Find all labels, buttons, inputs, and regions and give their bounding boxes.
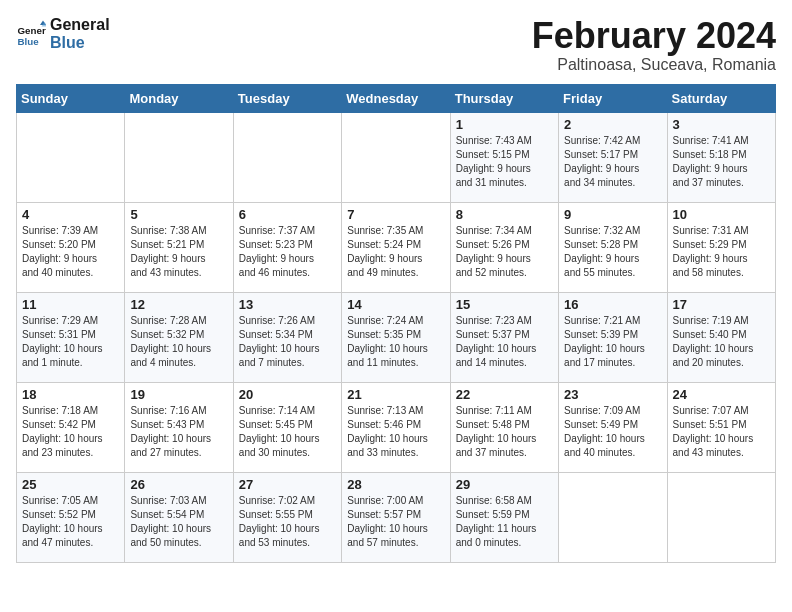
day-info: Sunrise: 7:42 AM Sunset: 5:17 PM Dayligh…	[564, 134, 661, 190]
calendar-cell	[667, 472, 775, 562]
title-block: February 2024 Paltinoasa, Suceava, Roman…	[532, 16, 776, 74]
calendar-cell: 10Sunrise: 7:31 AM Sunset: 5:29 PM Dayli…	[667, 202, 775, 292]
day-number: 24	[673, 387, 770, 402]
day-number: 17	[673, 297, 770, 312]
day-number: 27	[239, 477, 336, 492]
calendar-cell	[559, 472, 667, 562]
day-number: 9	[564, 207, 661, 222]
calendar-cell: 29Sunrise: 6:58 AM Sunset: 5:59 PM Dayli…	[450, 472, 558, 562]
day-info: Sunrise: 7:24 AM Sunset: 5:35 PM Dayligh…	[347, 314, 444, 370]
logo: General Blue General Blue	[16, 16, 110, 51]
calendar-cell: 11Sunrise: 7:29 AM Sunset: 5:31 PM Dayli…	[17, 292, 125, 382]
day-number: 16	[564, 297, 661, 312]
day-number: 3	[673, 117, 770, 132]
day-info: Sunrise: 7:26 AM Sunset: 5:34 PM Dayligh…	[239, 314, 336, 370]
calendar-week-row: 4Sunrise: 7:39 AM Sunset: 5:20 PM Daylig…	[17, 202, 776, 292]
weekday-header-wednesday: Wednesday	[342, 84, 450, 112]
day-number: 4	[22, 207, 119, 222]
day-number: 23	[564, 387, 661, 402]
day-number: 12	[130, 297, 227, 312]
weekday-header-saturday: Saturday	[667, 84, 775, 112]
calendar-cell: 24Sunrise: 7:07 AM Sunset: 5:51 PM Dayli…	[667, 382, 775, 472]
day-number: 13	[239, 297, 336, 312]
calendar-week-row: 18Sunrise: 7:18 AM Sunset: 5:42 PM Dayli…	[17, 382, 776, 472]
page-header: General Blue General Blue February 2024 …	[16, 16, 776, 74]
day-info: Sunrise: 7:14 AM Sunset: 5:45 PM Dayligh…	[239, 404, 336, 460]
weekday-header-thursday: Thursday	[450, 84, 558, 112]
day-number: 11	[22, 297, 119, 312]
calendar-cell: 26Sunrise: 7:03 AM Sunset: 5:54 PM Dayli…	[125, 472, 233, 562]
calendar-cell	[125, 112, 233, 202]
svg-text:Blue: Blue	[18, 35, 40, 46]
weekday-header-friday: Friday	[559, 84, 667, 112]
day-info: Sunrise: 7:21 AM Sunset: 5:39 PM Dayligh…	[564, 314, 661, 370]
day-info: Sunrise: 6:58 AM Sunset: 5:59 PM Dayligh…	[456, 494, 553, 550]
calendar-cell: 7Sunrise: 7:35 AM Sunset: 5:24 PM Daylig…	[342, 202, 450, 292]
logo-blue: Blue	[50, 34, 110, 52]
calendar-cell: 1Sunrise: 7:43 AM Sunset: 5:15 PM Daylig…	[450, 112, 558, 202]
logo-general: General	[50, 16, 110, 34]
calendar-table: SundayMondayTuesdayWednesdayThursdayFrid…	[16, 84, 776, 563]
day-info: Sunrise: 7:29 AM Sunset: 5:31 PM Dayligh…	[22, 314, 119, 370]
day-number: 6	[239, 207, 336, 222]
calendar-cell: 16Sunrise: 7:21 AM Sunset: 5:39 PM Dayli…	[559, 292, 667, 382]
day-number: 28	[347, 477, 444, 492]
day-info: Sunrise: 7:02 AM Sunset: 5:55 PM Dayligh…	[239, 494, 336, 550]
calendar-cell: 25Sunrise: 7:05 AM Sunset: 5:52 PM Dayli…	[17, 472, 125, 562]
calendar-cell	[17, 112, 125, 202]
day-info: Sunrise: 7:32 AM Sunset: 5:28 PM Dayligh…	[564, 224, 661, 280]
calendar-cell: 27Sunrise: 7:02 AM Sunset: 5:55 PM Dayli…	[233, 472, 341, 562]
day-number: 19	[130, 387, 227, 402]
day-info: Sunrise: 7:43 AM Sunset: 5:15 PM Dayligh…	[456, 134, 553, 190]
weekday-header-tuesday: Tuesday	[233, 84, 341, 112]
day-info: Sunrise: 7:39 AM Sunset: 5:20 PM Dayligh…	[22, 224, 119, 280]
day-info: Sunrise: 7:37 AM Sunset: 5:23 PM Dayligh…	[239, 224, 336, 280]
calendar-cell: 23Sunrise: 7:09 AM Sunset: 5:49 PM Dayli…	[559, 382, 667, 472]
weekday-header-row: SundayMondayTuesdayWednesdayThursdayFrid…	[17, 84, 776, 112]
day-info: Sunrise: 7:23 AM Sunset: 5:37 PM Dayligh…	[456, 314, 553, 370]
calendar-cell: 20Sunrise: 7:14 AM Sunset: 5:45 PM Dayli…	[233, 382, 341, 472]
calendar-cell: 22Sunrise: 7:11 AM Sunset: 5:48 PM Dayli…	[450, 382, 558, 472]
day-number: 22	[456, 387, 553, 402]
day-number: 7	[347, 207, 444, 222]
svg-text:General: General	[18, 25, 47, 36]
day-number: 26	[130, 477, 227, 492]
day-number: 2	[564, 117, 661, 132]
month-title: February 2024	[532, 16, 776, 56]
calendar-cell	[233, 112, 341, 202]
calendar-cell: 4Sunrise: 7:39 AM Sunset: 5:20 PM Daylig…	[17, 202, 125, 292]
day-number: 10	[673, 207, 770, 222]
calendar-cell: 28Sunrise: 7:00 AM Sunset: 5:57 PM Dayli…	[342, 472, 450, 562]
day-number: 18	[22, 387, 119, 402]
weekday-header-sunday: Sunday	[17, 84, 125, 112]
day-number: 29	[456, 477, 553, 492]
day-info: Sunrise: 7:28 AM Sunset: 5:32 PM Dayligh…	[130, 314, 227, 370]
calendar-week-row: 1Sunrise: 7:43 AM Sunset: 5:15 PM Daylig…	[17, 112, 776, 202]
day-info: Sunrise: 7:35 AM Sunset: 5:24 PM Dayligh…	[347, 224, 444, 280]
logo-icon: General Blue	[16, 19, 46, 49]
calendar-cell: 19Sunrise: 7:16 AM Sunset: 5:43 PM Dayli…	[125, 382, 233, 472]
calendar-week-row: 25Sunrise: 7:05 AM Sunset: 5:52 PM Dayli…	[17, 472, 776, 562]
calendar-cell: 9Sunrise: 7:32 AM Sunset: 5:28 PM Daylig…	[559, 202, 667, 292]
calendar-cell: 13Sunrise: 7:26 AM Sunset: 5:34 PM Dayli…	[233, 292, 341, 382]
calendar-cell: 12Sunrise: 7:28 AM Sunset: 5:32 PM Dayli…	[125, 292, 233, 382]
weekday-header-monday: Monday	[125, 84, 233, 112]
calendar-cell	[342, 112, 450, 202]
day-info: Sunrise: 7:07 AM Sunset: 5:51 PM Dayligh…	[673, 404, 770, 460]
day-info: Sunrise: 7:11 AM Sunset: 5:48 PM Dayligh…	[456, 404, 553, 460]
calendar-cell: 5Sunrise: 7:38 AM Sunset: 5:21 PM Daylig…	[125, 202, 233, 292]
day-info: Sunrise: 7:00 AM Sunset: 5:57 PM Dayligh…	[347, 494, 444, 550]
calendar-cell: 17Sunrise: 7:19 AM Sunset: 5:40 PM Dayli…	[667, 292, 775, 382]
day-info: Sunrise: 7:18 AM Sunset: 5:42 PM Dayligh…	[22, 404, 119, 460]
day-number: 15	[456, 297, 553, 312]
day-number: 1	[456, 117, 553, 132]
day-info: Sunrise: 7:19 AM Sunset: 5:40 PM Dayligh…	[673, 314, 770, 370]
day-number: 8	[456, 207, 553, 222]
day-info: Sunrise: 7:38 AM Sunset: 5:21 PM Dayligh…	[130, 224, 227, 280]
calendar-cell: 18Sunrise: 7:18 AM Sunset: 5:42 PM Dayli…	[17, 382, 125, 472]
day-info: Sunrise: 7:31 AM Sunset: 5:29 PM Dayligh…	[673, 224, 770, 280]
day-info: Sunrise: 7:05 AM Sunset: 5:52 PM Dayligh…	[22, 494, 119, 550]
day-number: 5	[130, 207, 227, 222]
day-number: 14	[347, 297, 444, 312]
day-info: Sunrise: 7:41 AM Sunset: 5:18 PM Dayligh…	[673, 134, 770, 190]
